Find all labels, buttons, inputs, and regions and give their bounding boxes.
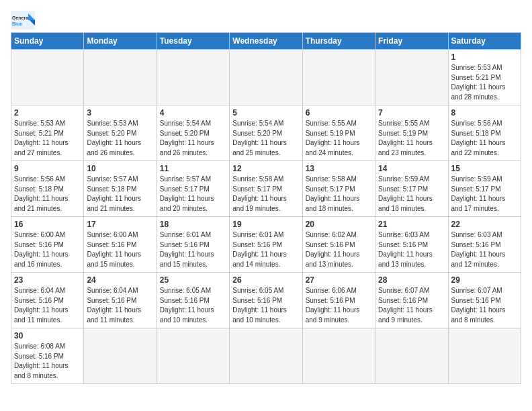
day-info: Sunrise: 6:08 AM Sunset: 5:16 PM Dayligh… [14, 342, 81, 381]
day-info: Sunrise: 6:03 AM Sunset: 5:16 PM Dayligh… [378, 230, 445, 269]
day-info: Sunrise: 6:05 AM Sunset: 5:16 PM Dayligh… [232, 286, 299, 325]
calendar-cell: 18Sunrise: 6:01 AM Sunset: 5:16 PM Dayli… [157, 217, 229, 273]
weekday-header-tuesday: Tuesday [157, 33, 229, 50]
day-info: Sunrise: 6:05 AM Sunset: 5:16 PM Dayligh… [160, 286, 226, 325]
calendar-cell: 30Sunrise: 6:08 AM Sunset: 5:16 PM Dayli… [11, 328, 84, 384]
calendar-cell [375, 328, 448, 384]
calendar-cell [230, 50, 302, 105]
day-info: Sunrise: 5:53 AM Sunset: 5:20 PM Dayligh… [87, 119, 153, 158]
day-number: 3 [87, 108, 153, 118]
day-number: 8 [451, 108, 518, 118]
calendar-cell: 4Sunrise: 5:54 AM Sunset: 5:20 PM Daylig… [157, 105, 229, 161]
svg-text:Blue: Blue [12, 21, 22, 26]
day-info: Sunrise: 5:54 AM Sunset: 5:20 PM Dayligh… [232, 119, 299, 158]
calendar-cell: 13Sunrise: 5:58 AM Sunset: 5:17 PM Dayli… [302, 161, 375, 217]
day-info: Sunrise: 6:04 AM Sunset: 5:16 PM Dayligh… [87, 286, 153, 325]
calendar-cell [84, 50, 157, 105]
day-info: Sunrise: 6:04 AM Sunset: 5:16 PM Dayligh… [14, 286, 81, 325]
calendar-cell: 24Sunrise: 6:04 AM Sunset: 5:16 PM Dayli… [84, 273, 157, 328]
calendar-cell: 2Sunrise: 5:53 AM Sunset: 5:21 PM Daylig… [11, 105, 84, 161]
day-info: Sunrise: 5:57 AM Sunset: 5:17 PM Dayligh… [160, 175, 226, 214]
day-number: 1 [451, 52, 518, 62]
calendar-cell [230, 328, 302, 384]
day-info: Sunrise: 5:58 AM Sunset: 5:17 PM Dayligh… [306, 175, 372, 214]
day-info: Sunrise: 6:00 AM Sunset: 5:16 PM Dayligh… [14, 230, 81, 269]
calendar-cell [84, 328, 157, 384]
day-number: 11 [160, 164, 226, 173]
day-number: 20 [306, 220, 372, 229]
day-number: 6 [306, 108, 372, 118]
calendar-cell: 27Sunrise: 6:06 AM Sunset: 5:16 PM Dayli… [302, 273, 375, 328]
calendar-cell: 3Sunrise: 5:53 AM Sunset: 5:20 PM Daylig… [84, 105, 157, 161]
day-info: Sunrise: 5:58 AM Sunset: 5:17 PM Dayligh… [232, 175, 299, 214]
calendar-cell: 14Sunrise: 5:59 AM Sunset: 5:17 PM Dayli… [375, 161, 448, 217]
day-number: 17 [87, 220, 153, 229]
calendar-cell: 19Sunrise: 6:01 AM Sunset: 5:16 PM Dayli… [230, 217, 302, 273]
weekday-header-wednesday: Wednesday [230, 33, 302, 50]
calendar-cell [375, 50, 448, 105]
weekday-header-thursday: Thursday [302, 33, 375, 50]
day-info: Sunrise: 5:57 AM Sunset: 5:18 PM Dayligh… [87, 175, 153, 214]
calendar-cell: 12Sunrise: 5:58 AM Sunset: 5:17 PM Dayli… [230, 161, 302, 217]
calendar-cell: 5Sunrise: 5:54 AM Sunset: 5:20 PM Daylig… [230, 105, 302, 161]
day-info: Sunrise: 5:56 AM Sunset: 5:18 PM Dayligh… [14, 175, 81, 214]
day-info: Sunrise: 6:01 AM Sunset: 5:16 PM Dayligh… [232, 230, 299, 269]
day-number: 7 [378, 108, 445, 118]
day-info: Sunrise: 6:02 AM Sunset: 5:16 PM Dayligh… [306, 230, 372, 269]
day-info: Sunrise: 5:53 AM Sunset: 5:21 PM Dayligh… [14, 119, 81, 158]
day-number: 26 [232, 275, 299, 285]
day-info: Sunrise: 6:00 AM Sunset: 5:16 PM Dayligh… [87, 230, 153, 269]
header: General Blue [11, 11, 521, 30]
calendar-cell [448, 328, 521, 384]
calendar-cell: 20Sunrise: 6:02 AM Sunset: 5:16 PM Dayli… [302, 217, 375, 273]
day-number: 9 [14, 164, 81, 173]
calendar-cell: 9Sunrise: 5:56 AM Sunset: 5:18 PM Daylig… [11, 161, 84, 217]
day-number: 10 [87, 164, 153, 173]
day-number: 13 [306, 164, 372, 173]
day-number: 29 [451, 275, 518, 285]
day-number: 5 [232, 108, 299, 118]
day-number: 30 [14, 331, 81, 340]
weekday-header-monday: Monday [84, 33, 157, 50]
day-number: 28 [378, 275, 445, 285]
day-number: 19 [232, 220, 299, 229]
calendar-cell: 7Sunrise: 5:55 AM Sunset: 5:19 PM Daylig… [375, 105, 448, 161]
calendar-cell: 1Sunrise: 5:53 AM Sunset: 5:21 PM Daylig… [448, 50, 521, 105]
day-info: Sunrise: 5:53 AM Sunset: 5:21 PM Dayligh… [451, 63, 518, 102]
calendar-cell: 10Sunrise: 5:57 AM Sunset: 5:18 PM Dayli… [84, 161, 157, 217]
calendar-cell [157, 50, 229, 105]
day-info: Sunrise: 5:55 AM Sunset: 5:19 PM Dayligh… [378, 119, 445, 158]
calendar-cell: 23Sunrise: 6:04 AM Sunset: 5:16 PM Dayli… [11, 273, 84, 328]
calendar-cell: 17Sunrise: 6:00 AM Sunset: 5:16 PM Dayli… [84, 217, 157, 273]
calendar-cell: 22Sunrise: 6:03 AM Sunset: 5:16 PM Dayli… [448, 217, 521, 273]
calendar-cell: 16Sunrise: 6:00 AM Sunset: 5:16 PM Dayli… [11, 217, 84, 273]
calendar-cell [157, 328, 229, 384]
day-number: 14 [378, 164, 445, 173]
day-number: 16 [14, 220, 81, 229]
day-info: Sunrise: 5:56 AM Sunset: 5:18 PM Dayligh… [451, 119, 518, 158]
calendar-cell [11, 50, 84, 105]
day-number: 25 [160, 275, 226, 285]
calendar-cell: 15Sunrise: 5:59 AM Sunset: 5:17 PM Dayli… [448, 161, 521, 217]
day-number: 18 [160, 220, 226, 229]
day-number: 27 [306, 275, 372, 285]
calendar-cell: 6Sunrise: 5:55 AM Sunset: 5:19 PM Daylig… [302, 105, 375, 161]
day-info: Sunrise: 6:07 AM Sunset: 5:16 PM Dayligh… [378, 286, 445, 325]
calendar-cell [302, 328, 375, 384]
day-info: Sunrise: 5:55 AM Sunset: 5:19 PM Dayligh… [306, 119, 372, 158]
day-info: Sunrise: 5:59 AM Sunset: 5:17 PM Dayligh… [451, 175, 518, 214]
day-number: 24 [87, 275, 153, 285]
day-number: 23 [14, 275, 81, 285]
day-info: Sunrise: 6:01 AM Sunset: 5:16 PM Dayligh… [160, 230, 226, 269]
day-info: Sunrise: 6:07 AM Sunset: 5:16 PM Dayligh… [451, 286, 518, 325]
weekday-header-sunday: Sunday [11, 33, 84, 50]
calendar-cell: 21Sunrise: 6:03 AM Sunset: 5:16 PM Dayli… [375, 217, 448, 273]
calendar-cell: 25Sunrise: 6:05 AM Sunset: 5:16 PM Dayli… [157, 273, 229, 328]
day-number: 12 [232, 164, 299, 173]
calendar-cell [302, 50, 375, 105]
day-number: 22 [451, 220, 518, 229]
day-number: 4 [160, 108, 226, 118]
day-info: Sunrise: 5:54 AM Sunset: 5:20 PM Dayligh… [160, 119, 226, 158]
day-number: 21 [378, 220, 445, 229]
svg-text:General: General [12, 15, 30, 20]
